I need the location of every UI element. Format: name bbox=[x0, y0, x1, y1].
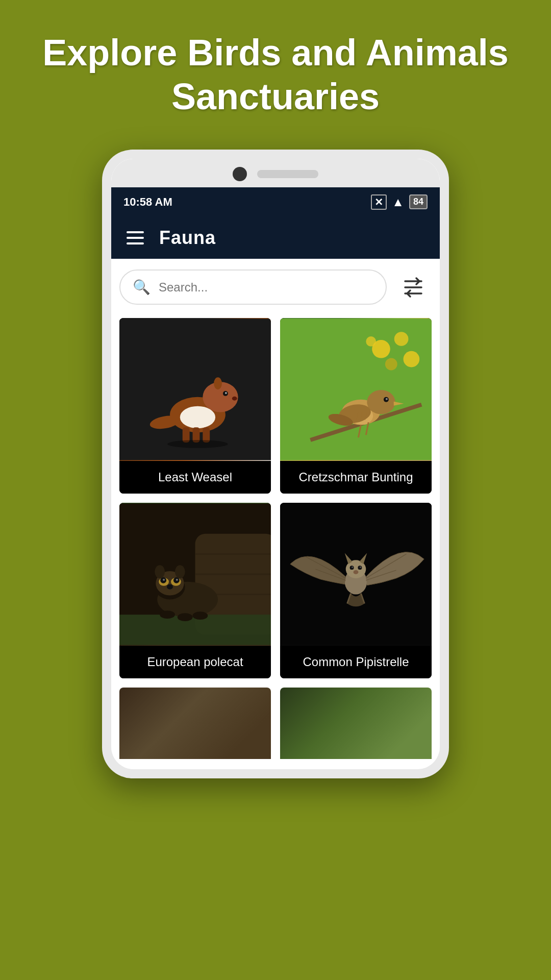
weasel-svg bbox=[119, 318, 271, 461]
status-bar: 10:58 AM ✕ ▲ 84 bbox=[111, 187, 440, 217]
svg-rect-41 bbox=[119, 615, 271, 645]
svg-point-21 bbox=[366, 336, 376, 347]
animal-name-european-polecat: European polecat bbox=[119, 646, 271, 678]
phone-topbar bbox=[111, 159, 440, 187]
phone-inner: 10:58 AM ✕ ▲ 84 Fauna bbox=[111, 159, 440, 769]
partial-card-1[interactable] bbox=[119, 688, 271, 759]
svg-point-25 bbox=[367, 390, 395, 414]
x-status-icon: ✕ bbox=[371, 194, 387, 210]
svg-point-15 bbox=[167, 440, 228, 448]
svg-point-18 bbox=[394, 332, 409, 346]
svg-point-70 bbox=[354, 570, 359, 574]
hamburger-menu[interactable] bbox=[127, 231, 144, 244]
sort-filter-button[interactable] bbox=[395, 269, 432, 306]
bunting-svg bbox=[280, 318, 432, 461]
camera-dot bbox=[233, 167, 247, 181]
app-content: 🔍 bbox=[111, 259, 440, 769]
animal-name-least-weasel: Least Weasel bbox=[119, 461, 271, 494]
page-header: Explore Birds and Animals Sanctuaries bbox=[0, 0, 551, 139]
svg-point-51 bbox=[167, 584, 173, 590]
app-title: Fauna bbox=[159, 227, 216, 249]
svg-point-14 bbox=[214, 377, 222, 389]
svg-point-6 bbox=[180, 406, 215, 428]
svg-point-48 bbox=[163, 579, 165, 581]
sort-filter-icon bbox=[401, 275, 425, 300]
partial-animal-image-1 bbox=[119, 688, 271, 759]
search-icon: 🔍 bbox=[133, 279, 151, 296]
animal-image-european-polecat bbox=[119, 503, 271, 646]
svg-point-29 bbox=[386, 398, 388, 400]
battery-icon: 84 bbox=[409, 194, 428, 209]
svg-point-20 bbox=[385, 358, 397, 370]
phone-frame: 10:58 AM ✕ ▲ 84 Fauna bbox=[102, 150, 449, 778]
animal-card-european-polecat[interactable]: European polecat bbox=[119, 503, 271, 678]
animal-image-common-pipistrelle bbox=[280, 503, 432, 646]
animal-name-common-pipistrelle: Common Pipistrelle bbox=[280, 646, 432, 678]
partial-card-2[interactable] bbox=[280, 688, 432, 759]
svg-point-53 bbox=[175, 565, 185, 578]
svg-point-55 bbox=[178, 613, 193, 621]
animal-image-cretzschmar-bunting bbox=[280, 318, 432, 461]
wifi-icon: ▲ bbox=[392, 195, 404, 209]
app-header: Fauna bbox=[111, 217, 440, 259]
polecat-svg bbox=[119, 503, 271, 646]
search-box[interactable]: 🔍 bbox=[119, 270, 387, 305]
svg-point-69 bbox=[360, 566, 361, 568]
animal-card-cretzschmar-bunting[interactable]: Cretzschmar Bunting bbox=[280, 318, 432, 494]
svg-point-12 bbox=[225, 392, 227, 394]
bat-svg bbox=[280, 503, 432, 646]
status-right: ✕ ▲ 84 bbox=[371, 194, 428, 210]
search-row: 🔍 bbox=[119, 269, 432, 306]
animal-name-cretzschmar-bunting: Cretzschmar Bunting bbox=[280, 461, 432, 494]
svg-point-19 bbox=[404, 351, 420, 368]
search-input[interactable] bbox=[159, 280, 373, 295]
svg-point-56 bbox=[193, 611, 208, 620]
speaker-bar bbox=[257, 170, 318, 178]
svg-point-52 bbox=[155, 565, 165, 578]
animal-card-least-weasel[interactable]: Least Weasel bbox=[119, 318, 271, 494]
svg-point-67 bbox=[352, 566, 353, 568]
svg-point-13 bbox=[232, 397, 237, 401]
page-title: Explore Birds and Animals Sanctuaries bbox=[41, 31, 510, 119]
animal-image-least-weasel bbox=[119, 318, 271, 461]
status-time: 10:58 AM bbox=[123, 195, 172, 209]
animal-grid: Least Weasel bbox=[119, 318, 432, 678]
svg-rect-16 bbox=[280, 318, 432, 460]
svg-point-54 bbox=[160, 610, 175, 619]
svg-point-50 bbox=[176, 579, 178, 581]
bottom-partial-row bbox=[119, 688, 432, 759]
partial-animal-image-2 bbox=[280, 688, 432, 759]
animal-card-common-pipistrelle[interactable]: Common Pipistrelle bbox=[280, 503, 432, 678]
